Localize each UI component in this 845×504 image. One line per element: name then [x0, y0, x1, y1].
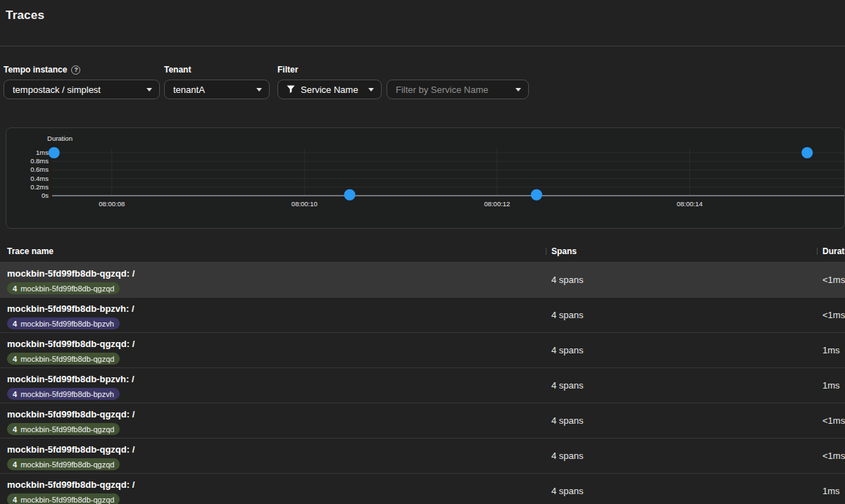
spans-cell: 4 spans — [546, 263, 817, 297]
trace-point[interactable] — [531, 189, 542, 201]
service-badge: 4mockbin-5fd99fb8db-qgzqd — [7, 423, 120, 435]
page-header: Traces — [0, 0, 845, 46]
trace-name-link[interactable]: mockbin-5fd99fb8db-qgzqd: / — [7, 479, 546, 491]
chevron-down-icon — [256, 88, 262, 92]
tempo-instance-group: Tempo instance ? tempostack / simplest — [4, 65, 160, 99]
trace-point[interactable] — [344, 189, 356, 201]
filter-value-select[interactable]: Filter by Service Name — [387, 80, 529, 99]
filter-toolbar: Tempo instance ? tempostack / simplest T… — [0, 46, 845, 99]
tempo-instance-value: tempostack / simplest — [13, 84, 139, 95]
x-axis-tick-label: 08:00:14 — [677, 200, 703, 208]
x-axis-tick-label: 08:00:10 — [292, 200, 318, 208]
table-row[interactable]: mockbin-5fd99fb8db-qgzqd: /4mockbin-5fd9… — [0, 333, 845, 368]
y-axis-tick-label: 1ms — [36, 149, 49, 156]
column-header-duration[interactable]: Duration — [817, 246, 845, 256]
service-badge: 4mockbin-5fd99fb8db-qgzqd — [7, 353, 120, 365]
filter-funnel-icon — [287, 85, 295, 94]
trace-point[interactable] — [49, 147, 60, 158]
y-axis-tick-label: 0.6ms — [30, 165, 49, 173]
y-axis-tick-label: 0.4ms — [30, 175, 49, 182]
duration-cell: 1ms — [817, 474, 845, 504]
tenant-label: Tenant — [164, 65, 270, 75]
spans-cell: 4 spans — [546, 403, 817, 438]
duration-cell: 1ms — [817, 368, 845, 403]
tenant-value: tenantA — [173, 84, 249, 95]
duration-scatter-panel: 1ms0.8ms0.6ms0.4ms0.2ms0s08:00:0808:00:1… — [6, 127, 845, 229]
chevron-down-icon — [368, 88, 374, 92]
tenant-group: Tenant tenantA — [164, 65, 270, 99]
table-row[interactable]: mockbin-5fd99fb8db-qgzqd: /4mockbin-5fd9… — [0, 263, 845, 298]
duration-chart: 1ms0.8ms0.6ms0.4ms0.2ms0s08:00:0808:00:1… — [6, 128, 845, 229]
y-axis-tick-label: 0s — [42, 191, 49, 199]
trace-name-link[interactable]: mockbin-5fd99fb8db-qgzqd: / — [7, 409, 546, 420]
x-axis-tick-label: 08:00:12 — [484, 200, 510, 208]
column-header-trace-name[interactable]: Trace name — [0, 246, 546, 256]
tempo-instance-select[interactable]: tempostack / simplest — [4, 80, 160, 99]
spans-cell: 4 spans — [546, 333, 817, 367]
y-axis-tick-label: 0.2ms — [30, 183, 49, 191]
help-icon[interactable]: ? — [71, 65, 80, 75]
tempo-instance-label-text: Tempo instance — [4, 65, 67, 75]
trace-name-link[interactable]: mockbin-5fd99fb8db-bpzvh: / — [7, 374, 546, 385]
filter-group: Filter Service Name Filter by Service Na… — [277, 65, 529, 99]
spans-cell: 4 spans — [546, 474, 817, 504]
duration-cell: <1ms — [817, 298, 845, 332]
duration-cell: <1ms — [817, 263, 845, 297]
table-header-row: Trace name Spans Duration — [0, 240, 845, 263]
spans-cell: 4 spans — [546, 368, 817, 403]
table-row[interactable]: mockbin-5fd99fb8db-qgzqd: /4mockbin-5fd9… — [0, 474, 845, 504]
y-axis-title: Duration — [47, 134, 73, 142]
service-badge: 4mockbin-5fd99fb8db-bpzvh — [7, 388, 120, 400]
trace-name-link[interactable]: mockbin-5fd99fb8db-qgzqd: / — [7, 444, 546, 455]
trace-name-link[interactable]: mockbin-5fd99fb8db-bpzvh: / — [7, 303, 546, 315]
duration-cell: <1ms — [817, 403, 845, 438]
tenant-select[interactable]: tenantA — [164, 80, 270, 99]
service-badge: 4mockbin-5fd99fb8db-qgzqd — [7, 493, 120, 504]
duration-cell: <1ms — [817, 439, 845, 473]
y-axis-tick-label: 0.8ms — [30, 157, 49, 165]
table-row[interactable]: mockbin-5fd99fb8db-qgzqd: /4mockbin-5fd9… — [0, 403, 845, 439]
tempo-instance-label: Tempo instance ? — [4, 65, 160, 75]
x-axis-tick-label: 08:00:08 — [99, 200, 125, 208]
chevron-down-icon — [515, 88, 521, 92]
spans-cell: 4 spans — [546, 439, 817, 473]
service-badge: 4mockbin-5fd99fb8db-qgzqd — [7, 458, 120, 470]
table-row[interactable]: mockbin-5fd99fb8db-bpzvh: /4mockbin-5fd9… — [0, 298, 845, 333]
column-header-spans[interactable]: Spans — [546, 246, 817, 256]
chevron-down-icon — [146, 88, 152, 92]
spans-cell: 4 spans — [546, 298, 817, 332]
service-badge: 4mockbin-5fd99fb8db-qgzqd — [7, 282, 120, 294]
filter-label: Filter — [277, 65, 529, 75]
trace-point[interactable] — [801, 147, 813, 158]
traces-table: Trace name Spans Duration mockbin-5fd99f… — [0, 240, 845, 504]
duration-cell: 1ms — [817, 333, 845, 367]
trace-name-link[interactable]: mockbin-5fd99fb8db-qgzqd: / — [7, 339, 546, 350]
filter-attribute-select[interactable]: Service Name — [277, 80, 382, 99]
table-row[interactable]: mockbin-5fd99fb8db-bpzvh: /4mockbin-5fd9… — [0, 368, 845, 403]
service-badge: 4mockbin-5fd99fb8db-bpzvh — [7, 317, 120, 329]
trace-name-link[interactable]: mockbin-5fd99fb8db-qgzqd: / — [7, 268, 546, 279]
table-row[interactable]: mockbin-5fd99fb8db-qgzqd: /4mockbin-5fd9… — [0, 439, 845, 474]
table-body: mockbin-5fd99fb8db-qgzqd: /4mockbin-5fd9… — [0, 263, 845, 504]
filter-attribute-value: Service Name — [301, 84, 361, 95]
filter-value-placeholder: Filter by Service Name — [396, 84, 508, 95]
page-title: Traces — [6, 8, 845, 23]
